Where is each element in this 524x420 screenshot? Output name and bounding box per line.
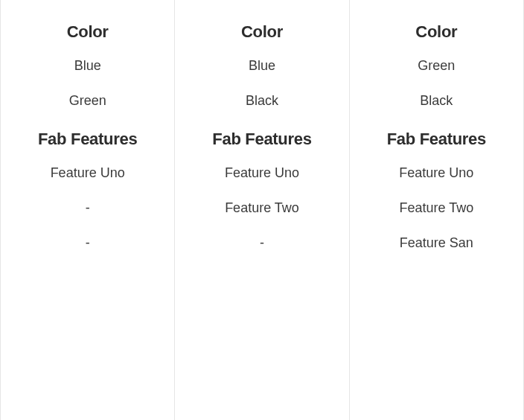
- features-header: Fab Features: [357, 130, 516, 149]
- color-section: Color Green Black: [357, 22, 516, 109]
- color-header: Color: [8, 22, 167, 42]
- feature-value: Feature Uno: [182, 165, 341, 181]
- feature-value: -: [8, 200, 167, 216]
- features-header: Fab Features: [182, 130, 341, 149]
- comparison-table: Color Blue Green Fab Features Feature Un…: [0, 0, 524, 420]
- comparison-column: Color Blue Green Fab Features Feature Un…: [0, 0, 175, 420]
- feature-value: -: [182, 235, 341, 251]
- color-value: Blue: [8, 58, 167, 74]
- features-section: Fab Features Feature Uno Feature Two Fea…: [357, 130, 516, 251]
- feature-value: Feature Two: [182, 200, 341, 216]
- feature-value: Feature Two: [357, 200, 516, 216]
- color-header: Color: [182, 22, 341, 42]
- feature-value: Feature San: [357, 235, 516, 251]
- features-section: Fab Features Feature Uno - -: [8, 130, 167, 251]
- color-header: Color: [357, 22, 516, 42]
- comparison-column: Color Blue Black Fab Features Feature Un…: [175, 0, 349, 420]
- color-value: Green: [357, 58, 516, 74]
- color-section: Color Blue Green: [8, 22, 167, 109]
- comparison-column: Color Green Black Fab Features Feature U…: [350, 0, 524, 420]
- color-value: Green: [8, 93, 167, 109]
- feature-value: -: [8, 235, 167, 251]
- color-value: Black: [182, 93, 341, 109]
- feature-value: Feature Uno: [357, 165, 516, 181]
- features-header: Fab Features: [8, 130, 167, 149]
- color-value: Black: [357, 93, 516, 109]
- features-section: Fab Features Feature Uno Feature Two -: [182, 130, 341, 251]
- feature-value: Feature Uno: [8, 165, 167, 181]
- color-value: Blue: [182, 58, 341, 74]
- color-section: Color Blue Black: [182, 22, 341, 109]
